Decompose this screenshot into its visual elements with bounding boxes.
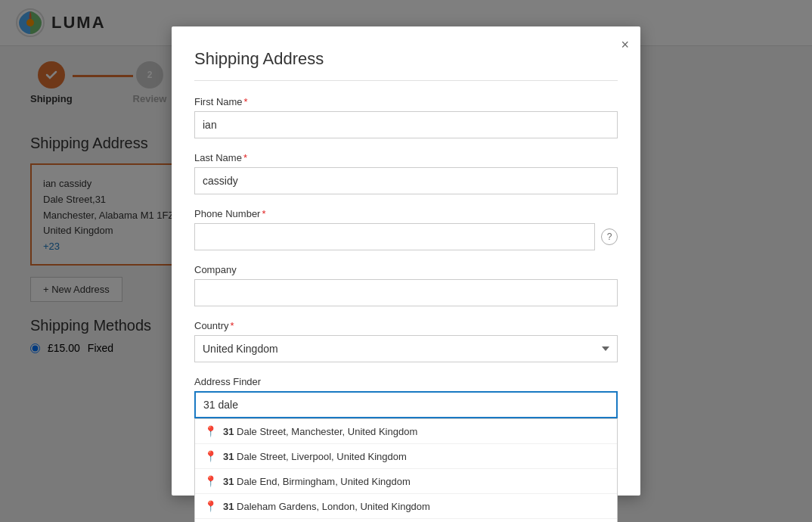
modal-overlay: Shipping Address × First Name* Last Name… [0, 0, 812, 522]
phone-help-icon[interactable]: ? [601, 228, 618, 245]
address-finder-row: Address Finder 📍 31 Dale Street, Manches… [194, 376, 618, 522]
phone-row: Phone Number* ? [194, 208, 618, 250]
autocomplete-item[interactable]: 📍 31 Dale Road, Shildon, United Kingdom [195, 519, 617, 522]
country-label: Country* [194, 320, 618, 331]
pin-icon-3: 📍 [204, 475, 217, 487]
phone-label: Phone Number* [194, 208, 618, 219]
autocomplete-item[interactable]: 📍 31 Dale End, Birmingham, United Kingdo… [195, 469, 617, 494]
shipping-address-modal: Shipping Address × First Name* Last Name… [172, 26, 640, 496]
autocomplete-item[interactable]: 📍 31 Dale Street, Liverpool, United King… [195, 444, 617, 469]
first-name-input[interactable] [194, 111, 618, 138]
phone-input[interactable] [194, 223, 595, 250]
autocomplete-dropdown: 📍 31 Dale Street, Manchester, United Kin… [194, 418, 618, 522]
last-name-input[interactable] [194, 167, 618, 194]
pin-icon-2: 📍 [204, 450, 217, 462]
autocomplete-item[interactable]: 📍 31 Daleham Gardens, London, United Kin… [195, 494, 617, 519]
country-row: Country* United Kingdom United States Ca… [194, 320, 618, 362]
modal-close-button[interactable]: × [621, 38, 629, 51]
company-input[interactable] [194, 279, 618, 306]
first-name-label: First Name* [194, 96, 618, 107]
last-name-label: Last Name* [194, 152, 618, 163]
address-finder-input[interactable] [194, 391, 618, 418]
modal-title: Shipping Address [194, 49, 618, 81]
autocomplete-item[interactable]: 📍 31 Dale Street, Manchester, United Kin… [195, 419, 617, 444]
pin-icon-4: 📍 [204, 500, 217, 512]
country-select[interactable]: United Kingdom United States Canada Aust… [194, 335, 618, 362]
pin-icon-1: 📍 [204, 425, 217, 437]
company-row: Company [194, 264, 618, 306]
company-label: Company [194, 264, 618, 275]
phone-input-row: ? [194, 223, 618, 250]
first-name-row: First Name* [194, 96, 618, 138]
address-finder-label: Address Finder [194, 376, 618, 387]
last-name-row: Last Name* [194, 152, 618, 194]
